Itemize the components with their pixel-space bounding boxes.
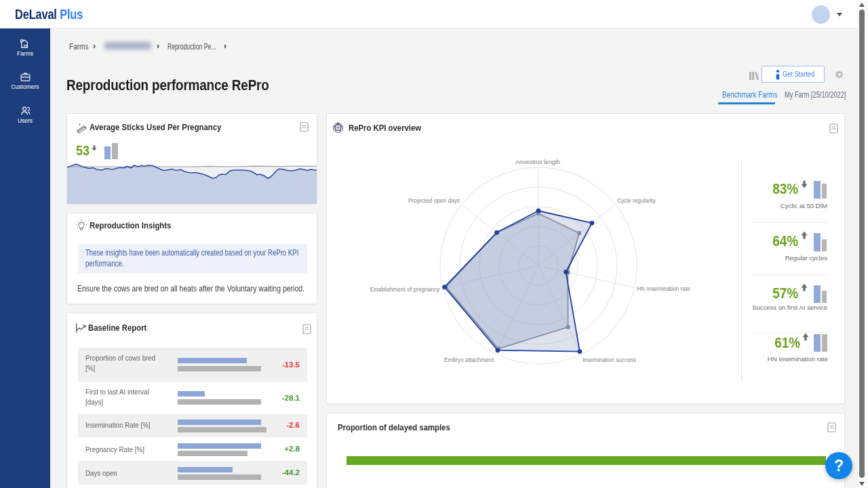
svg-text:Establishment of pregnancy: Establishment of pregnancy xyxy=(370,285,440,293)
svg-text:HN Insemination rate: HN Insemination rate xyxy=(637,285,690,292)
svg-text:Anoestrus length: Anoestrus length xyxy=(515,158,560,165)
